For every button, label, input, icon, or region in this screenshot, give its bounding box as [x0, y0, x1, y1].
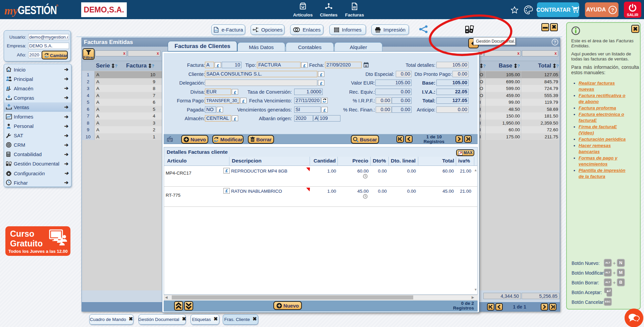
svg-text:?: ? [611, 7, 614, 13]
svg-text:?: ? [554, 40, 556, 45]
svg-text:<>: <> [215, 29, 217, 32]
svg-text:INV: INV [354, 7, 356, 8]
